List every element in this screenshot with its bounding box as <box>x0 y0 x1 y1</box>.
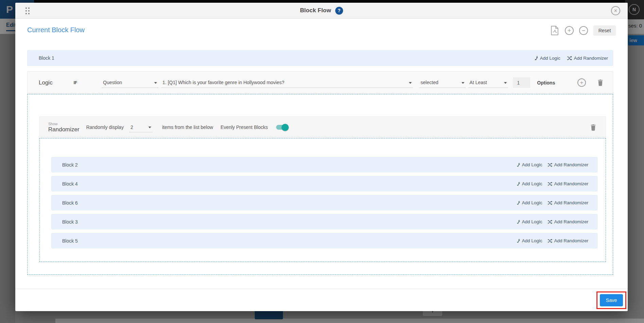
block-row[interactable]: Block 2 Add Logic Add Randomizer <box>51 157 597 172</box>
add-logic-label: Add Logic <box>522 219 542 224</box>
add-logic-icon <box>515 201 520 205</box>
logic-count-input[interactable] <box>513 77 530 88</box>
block-row[interactable]: Block 4 Add Logic Add Randomizer <box>51 176 597 191</box>
items-from-list-label: items from the list below <box>162 125 213 130</box>
add-condition-icon[interactable]: + <box>577 78 586 87</box>
close-icon[interactable]: ✕ <box>611 6 620 15</box>
block-row[interactable]: Block 5 Add Logic Add Randomizer <box>51 233 597 248</box>
block-label: Block 1 <box>39 55 54 61</box>
shuffle-icon <box>567 56 572 61</box>
zoom-in-icon[interactable]: + <box>565 26 574 35</box>
add-logic-link[interactable]: Add Logic <box>515 162 542 167</box>
modal-header: Block Flow ? ✕ <box>15 3 628 19</box>
chevron-down-icon <box>154 82 157 84</box>
save-button[interactable]: Save <box>600 294 623 306</box>
block-flow-modal: Block Flow ? ✕ Current Block Flow + − Re… <box>15 3 628 311</box>
shuffle-icon <box>548 220 552 224</box>
page-title: Current Block Flow <box>27 26 85 34</box>
reset-button[interactable]: Reset <box>593 25 616 36</box>
add-logic-label: Add Logic <box>522 238 542 243</box>
block-label: Block 4 <box>62 181 78 187</box>
add-logic-link[interactable]: Add Logic <box>515 200 542 205</box>
shuffle-icon <box>548 201 552 205</box>
logic-condition-value: selected <box>421 80 438 85</box>
add-randomizer-label: Add Randomizer <box>574 56 608 61</box>
add-randomizer-label: Add Randomizer <box>554 200 588 205</box>
add-randomizer-link[interactable]: Add Randomizer <box>567 56 608 61</box>
add-randomizer-link[interactable]: Add Randomizer <box>548 200 588 205</box>
block-label: Block 3 <box>62 219 78 225</box>
flow-toolbar: + − Reset <box>551 25 616 36</box>
logic-operator-select[interactable]: At Least <box>468 78 508 88</box>
logic-scope-region: Show Randomizer Randomly display 2 items… <box>27 94 613 275</box>
chevron-down-icon <box>409 82 412 84</box>
randomizer-count-value: 2 <box>130 125 133 130</box>
block-row[interactable]: Block 3 Add Logic Add Randomizer <box>51 214 597 229</box>
add-randomizer-label: Add Randomizer <box>554 238 588 243</box>
randomizer-row: Show Randomizer Randomly display 2 items… <box>39 116 606 138</box>
add-randomizer-label: Add Randomizer <box>554 219 588 224</box>
add-logic-link[interactable]: Add Logic <box>515 181 542 186</box>
help-icon[interactable]: ? <box>335 7 343 15</box>
toggle-knob <box>282 124 289 131</box>
add-logic-icon <box>515 163 520 167</box>
add-logic-label: Add Logic <box>522 181 542 186</box>
add-logic-icon <box>515 182 520 186</box>
export-pdf-icon[interactable] <box>551 26 559 35</box>
add-randomizer-link[interactable]: Add Randomizer <box>548 181 588 186</box>
add-randomizer-link[interactable]: Add Randomizer <box>548 238 588 243</box>
randomizer-count-select[interactable]: 2 <box>129 122 153 132</box>
randomizer-blocks-region: Block 2 Add Logic Add Randomizer <box>39 138 606 262</box>
logic-type-value: Question <box>103 80 122 85</box>
drag-handle-icon[interactable] <box>25 7 30 14</box>
logic-condition-select[interactable]: selected <box>419 78 466 88</box>
add-logic-link[interactable]: Add Logic <box>515 238 542 243</box>
options-label: Options <box>537 80 555 86</box>
block-1-bar[interactable]: Block 1 Add Logic <box>27 50 613 66</box>
delete-randomizer-icon[interactable] <box>590 124 596 131</box>
zoom-out-icon[interactable]: − <box>579 26 588 35</box>
logic-row: Logic IF Question 1. [Q1] Which is your … <box>27 71 613 94</box>
if-label: IF <box>74 80 77 85</box>
logic-question-select[interactable]: 1. [Q1] Which is your favorite genre in … <box>161 78 413 88</box>
block-label: Block 2 <box>62 162 78 168</box>
logic-label: Logic <box>39 79 53 86</box>
block-label: Block 5 <box>62 238 78 244</box>
add-logic-icon <box>515 239 520 243</box>
show-label: Show <box>48 122 79 126</box>
add-logic-icon <box>533 56 538 61</box>
evenly-present-label: Evenly Present Blocks <box>220 125 268 130</box>
modal-footer: Save <box>15 289 628 311</box>
shuffle-icon <box>548 182 552 186</box>
shuffle-icon <box>548 239 552 243</box>
add-randomizer-label: Add Randomizer <box>554 181 588 186</box>
add-logic-link[interactable]: Add Logic <box>533 56 560 61</box>
add-logic-label: Add Logic <box>540 56 560 61</box>
add-logic-link[interactable]: Add Logic <box>515 219 542 224</box>
shuffle-icon <box>548 163 552 167</box>
logic-question-value: 1. [Q1] Which is your favorite genre in … <box>162 80 284 85</box>
block-row[interactable]: Block 6 Add Logic Add Randomizer <box>51 195 597 210</box>
add-randomizer-link[interactable]: Add Randomizer <box>548 219 588 224</box>
chevron-down-icon <box>504 82 507 84</box>
chevron-down-icon <box>462 82 464 84</box>
logic-operator-value: At Least <box>469 80 487 85</box>
modal-title: Block Flow <box>300 7 331 14</box>
add-logic-label: Add Logic <box>522 200 542 205</box>
add-logic-label: Add Logic <box>522 162 542 167</box>
randomizer-title: Randomizer <box>48 126 79 133</box>
logic-type-select[interactable]: Question <box>102 78 158 88</box>
evenly-present-toggle[interactable] <box>276 125 288 130</box>
randomly-display-label: Randomly display <box>86 125 124 130</box>
add-logic-icon <box>515 220 520 224</box>
delete-logic-icon[interactable] <box>597 79 603 86</box>
chevron-down-icon <box>148 127 151 128</box>
add-randomizer-link[interactable]: Add Randomizer <box>548 162 588 167</box>
add-randomizer-label: Add Randomizer <box>554 162 588 167</box>
modal-body: Current Block Flow + − Reset Block 1 <box>15 19 628 289</box>
block-label: Block 6 <box>62 200 78 206</box>
save-highlight-annotation: Save <box>596 291 626 309</box>
